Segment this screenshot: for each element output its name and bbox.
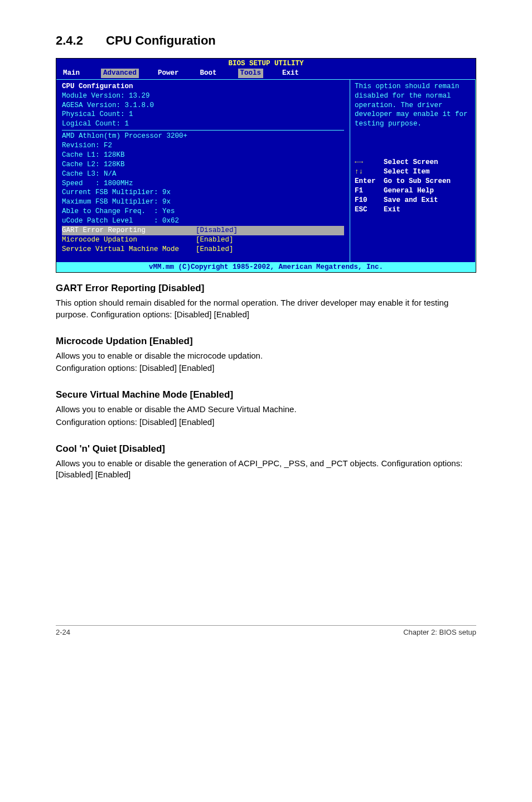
menu-main[interactable]: Main <box>63 69 91 78</box>
section-number: 2.4.2 <box>56 33 106 48</box>
paragraph: Allows you to enable or disable the AMD … <box>56 404 476 415</box>
help-key-row: ESCExit <box>355 205 471 215</box>
subheading-svm: Secure Virtual Machine Mode [Enabled] <box>56 389 476 400</box>
key-symbol: ESC <box>355 205 384 215</box>
bios-menu-bar: Main Advanced Power Boot Tools Exit <box>56 69 476 79</box>
option-microcode[interactable]: Microcode Updation [Enabled] <box>62 235 344 245</box>
key-symbol: ←→ <box>355 158 384 167</box>
help-key-row: EnterGo to Sub Screen <box>355 177 471 186</box>
info-line: Physical Count: 1 <box>62 110 344 119</box>
key-symbol: ↑↓ <box>355 167 384 177</box>
help-key-row: F1General Help <box>355 186 471 196</box>
option-value: [Enabled] <box>196 236 234 244</box>
bios-footer: vMM.mm (C)Copyright 1985-2002, American … <box>56 262 476 273</box>
bios-left-panel: CPU Configuration Module Version: 13.29 … <box>56 80 350 262</box>
key-action: Save and Exit <box>384 196 438 204</box>
option-value: [Disabled] <box>196 226 238 234</box>
paragraph: This option should remain disabled for t… <box>56 297 476 320</box>
bios-body: CPU Configuration Module Version: 13.29 … <box>56 80 475 262</box>
info-line: Cache L3: N/A <box>62 170 344 179</box>
help-key-row: ↑↓Select Item <box>355 167 471 177</box>
key-action: Exit <box>384 206 400 214</box>
key-symbol: F1 <box>355 186 384 196</box>
key-action: General Help <box>384 187 434 195</box>
option-label: GART Error Reporting <box>62 226 146 234</box>
paragraph: Configuration options: [Disabled] [Enabl… <box>56 417 476 428</box>
info-line: AMD Athlon(tm) Processor 3200+ <box>62 132 344 141</box>
menu-power[interactable]: Power <box>158 69 190 78</box>
menu-advanced[interactable]: Advanced <box>101 69 139 78</box>
info-line: Revision: F2 <box>62 141 344 151</box>
option-value: [Enabled] <box>196 245 234 253</box>
option-label: Microcode Updation <box>62 236 137 244</box>
key-symbol: F10 <box>355 196 384 205</box>
key-symbol: Enter <box>355 177 384 186</box>
paragraph: Allows you to enable or disable the gene… <box>56 458 476 481</box>
menu-boot[interactable]: Boot <box>200 69 228 78</box>
key-action: Go to Sub Screen <box>384 177 451 185</box>
bios-window: BIOS SETUP UTILITY Main Advanced Power B… <box>56 58 476 273</box>
page-footer: 2-24 Chapter 2: BIOS setup <box>56 625 476 636</box>
separator <box>62 130 344 131</box>
info-line: Able to Change Freq. : Yes <box>62 207 344 216</box>
section-title: CPU Configuration <box>106 33 216 47</box>
option-label: Service Virtual Machine Mode <box>62 245 179 253</box>
info-line: Speed : 1800MHz <box>62 179 344 189</box>
help-key-row: F10Save and Exit <box>355 196 471 205</box>
section-heading: 2.4.2CPU Configuration <box>56 33 476 48</box>
menu-tools[interactable]: Tools <box>238 69 264 78</box>
key-action: Select Item <box>384 168 430 176</box>
bios-help-panel: This option should remain disabled for t… <box>350 80 475 262</box>
menu-exit[interactable]: Exit <box>282 69 310 78</box>
info-line: Maximum FSB Multiplier: 9x <box>62 197 344 207</box>
help-description: This option should remain disabled for t… <box>355 82 471 129</box>
info-line: AGESA Version: 3.1.8.0 <box>62 101 344 110</box>
page-number: 2-24 <box>56 628 70 636</box>
subheading-gart: GART Error Reporting [Disabled] <box>56 283 476 294</box>
info-line: Module Version: 13.29 <box>62 91 344 101</box>
subheading-microcode: Microcode Updation [Enabled] <box>56 336 476 347</box>
option-gart-error[interactable]: GART Error Reporting [Disabled] <box>62 226 344 235</box>
bios-title: BIOS SETUP UTILITY <box>56 59 476 69</box>
paragraph: Configuration options: [Disabled] [Enabl… <box>56 363 476 374</box>
chapter-label: Chapter 2: BIOS setup <box>403 628 476 636</box>
info-line: uCode Patch Level : 0x62 <box>62 216 344 226</box>
cpu-config-title: CPU Configuration <box>62 82 344 91</box>
option-svm[interactable]: Service Virtual Machine Mode [Enabled] <box>62 245 344 254</box>
help-keys: ←→Select Screen ↑↓Select Item EnterGo to… <box>355 158 471 214</box>
info-line: Cache L2: 128KB <box>62 160 344 170</box>
paragraph: Allows you to enable or disable the micr… <box>56 350 476 361</box>
help-key-row: ←→Select Screen <box>355 158 471 167</box>
subheading-coolnquiet: Cool 'n' Quiet [Disabled] <box>56 443 476 455</box>
info-line: Logical Count: 1 <box>62 119 344 129</box>
key-action: Select Screen <box>384 158 438 166</box>
info-line: Current FSB Multiplier: 9x <box>62 188 344 197</box>
info-line: Cache L1: 128KB <box>62 151 344 160</box>
